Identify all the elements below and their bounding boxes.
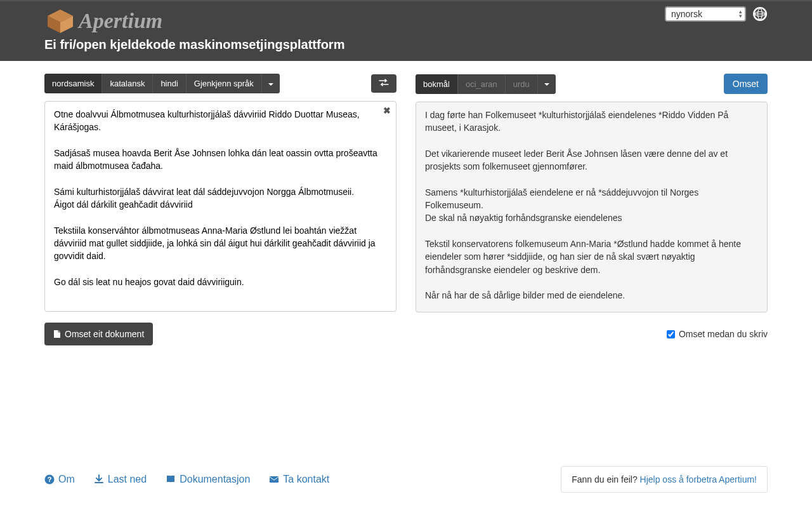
translate-button[interactable]: Omset	[724, 74, 768, 94]
target-lang-bokmal[interactable]: bokmål	[416, 74, 458, 94]
target-text-box: I dag førte han Folkemuseet *kulturhisto…	[416, 102, 768, 312]
translate-document-button[interactable]: Omset eit dokument	[44, 323, 153, 345]
instant-translate-toggle[interactable]: Omset medan du skriv	[667, 329, 768, 339]
target-output: I dag førte han Folkemuseet *kulturhisto…	[416, 102, 767, 312]
source-lang-nordsamisk[interactable]: nordsamisk	[44, 74, 102, 93]
source-lang-katalansk[interactable]: katalansk	[102, 74, 153, 93]
header: Apertium nynorsk ▴▾ Ei fri/open kjeldeko…	[0, 0, 812, 61]
brand-name: Apertium	[79, 9, 162, 33]
ui-language-select[interactable]: nynorsk ▴▾	[665, 6, 746, 22]
source-lang-more-button[interactable]	[262, 74, 280, 93]
box-icon	[44, 6, 76, 35]
instant-translate-label: Omset medan du skriv	[679, 329, 768, 339]
source-textarea[interactable]	[45, 102, 396, 311]
swap-icon	[379, 79, 389, 86]
logo[interactable]: Apertium	[44, 6, 162, 35]
target-lang-more-button[interactable]	[538, 74, 556, 94]
clear-input-button[interactable]: ✖	[383, 105, 391, 116]
select-arrows-icon: ▴▾	[739, 10, 742, 18]
chevron-down-icon	[268, 83, 273, 86]
target-lang-urdu[interactable]: urdu	[506, 74, 538, 94]
source-column: nordsamisk katalansk hindi Gjenkjenn spr…	[44, 74, 396, 312]
source-lang-hindi[interactable]: hindi	[153, 74, 186, 93]
ui-language-value: nynorsk	[671, 9, 702, 19]
tagline: Ei fri/open kjeldekode maskinomsetjingsp…	[44, 37, 768, 52]
document-icon	[53, 330, 61, 338]
swap-languages-button[interactable]	[371, 74, 396, 93]
target-lang-group: bokmål oci_aran urdu	[416, 74, 556, 94]
detect-language-button[interactable]: Gjenkjenn språk	[187, 74, 262, 93]
source-text-box: ✖	[44, 101, 396, 312]
target-column: bokmål oci_aran urdu Omset I dag førte h…	[416, 74, 768, 312]
chevron-down-icon	[544, 83, 549, 86]
target-lang-oci-aran[interactable]: oci_aran	[458, 74, 506, 94]
instant-translate-checkbox[interactable]	[667, 330, 675, 338]
source-lang-group: nordsamisk katalansk hindi Gjenkjenn spr…	[44, 74, 280, 93]
globe-icon[interactable]	[752, 6, 768, 22]
translate-document-label: Omset eit dokument	[65, 329, 144, 339]
